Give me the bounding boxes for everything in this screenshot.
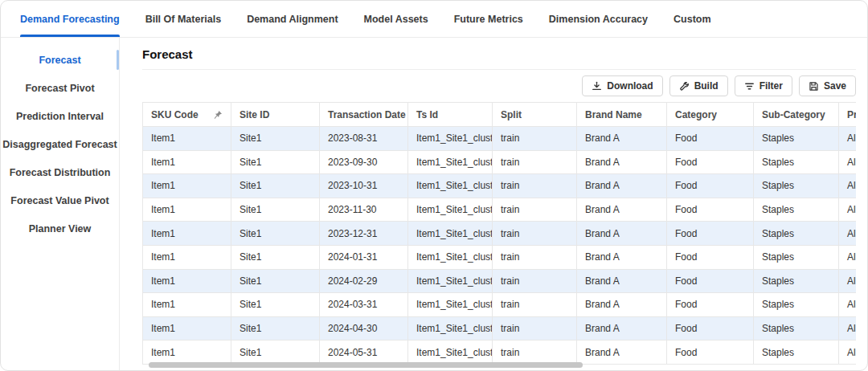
sidebar: Forecast Forecast Pivot Prediction Inter… <box>1 38 120 370</box>
column-header-split[interactable]: Split <box>493 103 577 127</box>
sidebar-item-forecast-value-pivot[interactable]: Forecast Value Pivot <box>1 186 119 214</box>
column-header-ts-id[interactable]: Ts Id <box>408 103 493 127</box>
tab-model-assets[interactable]: Model Assets <box>364 1 428 37</box>
table-row[interactable]: Item1Site12024-02-29Item1_Site1_clusterA… <box>143 269 857 293</box>
sidebar-item-planner-view[interactable]: Planner View <box>1 214 119 243</box>
build-button[interactable]: Build <box>669 75 728 96</box>
column-header-brand-name[interactable]: Brand Name <box>577 103 667 127</box>
table-cell: Food <box>667 293 754 317</box>
table-cell: Food <box>667 269 754 293</box>
table-cell: Site1 <box>231 150 320 174</box>
filter-button[interactable]: Filter <box>735 75 792 96</box>
table-cell: Site1 <box>231 245 320 269</box>
table-cell: Item1_Site1_clusterAY <box>408 293 493 317</box>
table-cell: Brand A <box>577 150 667 174</box>
table-row[interactable]: Item1Site12024-05-31Item1_Site1_clusterA… <box>143 340 857 365</box>
sidebar-item-prediction-interval[interactable]: Prediction Interval <box>1 102 119 130</box>
table-cell: 2024-05-31 <box>320 340 408 365</box>
sidebar-item-forecast-pivot[interactable]: Forecast Pivot <box>1 74 119 102</box>
toolbar: Download Build <box>142 75 856 96</box>
table-cell: All <box>839 222 857 246</box>
tab-dimension-accuracy[interactable]: Dimension Accuracy <box>549 1 648 37</box>
table-cell: Item1 <box>143 198 231 222</box>
table-row[interactable]: Item1Site12023-09-30Item1_Site1_clusterA… <box>143 150 857 174</box>
table-cell: 2023-10-31 <box>320 174 408 198</box>
table-cell: Food <box>667 316 754 340</box>
save-button[interactable]: Save <box>799 75 856 96</box>
table-row[interactable]: Item1Site12024-04-30Item1_Site1_clusterA… <box>143 316 857 340</box>
table-cell: 2023-11-30 <box>320 198 408 222</box>
table-cell: Staples <box>754 340 839 365</box>
download-button-label: Download <box>607 80 653 92</box>
table-cell: Food <box>667 340 754 365</box>
main-content: Forecast Download <box>120 38 867 370</box>
page-title: Forecast <box>142 47 856 61</box>
table-cell: Staples <box>754 127 839 151</box>
table-cell: Item1_Site1_clusterAY <box>408 316 493 340</box>
tab-future-metrics[interactable]: Future Metrics <box>454 1 523 37</box>
table-row[interactable]: Item1Site12023-11-30Item1_Site1_clusterA… <box>143 198 857 222</box>
app-window: Demand Forecasting Bill Of Materials Dem… <box>0 0 868 371</box>
table-cell: Staples <box>754 316 839 340</box>
column-header-site-id[interactable]: Site ID <box>231 103 320 127</box>
column-label: Pro <box>847 109 856 120</box>
table-cell: Food <box>667 174 754 198</box>
column-label: SKU Code <box>151 109 199 120</box>
table-cell: Site1 <box>231 198 320 222</box>
sidebar-item-disaggregated-forecast[interactable]: Disaggregated Forecast <box>1 130 119 158</box>
table-cell: Item1 <box>143 269 231 293</box>
table-cell: Item1_Site1_clusterAY <box>408 222 493 246</box>
column-label: Brand Name <box>585 109 642 120</box>
tab-demand-forecasting[interactable]: Demand Forecasting <box>20 1 120 37</box>
tab-bill-of-materials[interactable]: Bill Of Materials <box>145 1 221 37</box>
table-cell: All <box>839 316 857 340</box>
table-cell: Site1 <box>231 269 320 293</box>
table-cell: Item1_Site1_clusterAY <box>408 150 493 174</box>
column-label: Ts Id <box>416 109 438 120</box>
table-cell: All <box>839 340 857 365</box>
table-cell: Item1_Site1_clusterAY <box>408 269 493 293</box>
column-header-sku-code[interactable]: SKU Code <box>143 103 231 127</box>
table-row[interactable]: Item1Site12024-01-31Item1_Site1_clusterA… <box>143 245 857 269</box>
table-row[interactable]: Item1Site12023-10-31Item1_Site1_clusterA… <box>143 174 857 198</box>
table-cell: All <box>839 245 857 269</box>
table-cell: train <box>493 150 577 174</box>
table-cell: Item1_Site1_clusterAY <box>408 245 493 269</box>
table-cell: 2023-08-31 <box>320 127 408 151</box>
forecast-table: SKU CodeSite IDTransaction DateTs IdSpli… <box>142 102 856 365</box>
column-label: Transaction Date <box>328 109 406 120</box>
tab-custom[interactable]: Custom <box>674 1 711 37</box>
table-cell: train <box>493 316 577 340</box>
sidebar-item-forecast-distribution[interactable]: Forecast Distribution <box>1 158 119 186</box>
table-cell: Site1 <box>231 174 320 198</box>
table-cell: Item1 <box>143 174 231 198</box>
table-cell: 2023-12-31 <box>320 222 408 246</box>
table-cell: Food <box>667 245 754 269</box>
table-cell: All <box>839 150 857 174</box>
table-cell: train <box>493 174 577 198</box>
filter-button-label: Filter <box>760 80 783 92</box>
table-row[interactable]: Item1Site12024-03-31Item1_Site1_clusterA… <box>143 293 857 317</box>
tab-demand-alignment[interactable]: Demand Alignment <box>247 1 338 37</box>
column-header-pro[interactable]: Pro <box>839 103 857 127</box>
table-cell: Staples <box>754 245 839 269</box>
download-icon <box>592 81 602 92</box>
table-row[interactable]: Item1Site12023-08-31Item1_Site1_clusterA… <box>143 127 857 151</box>
column-header-category[interactable]: Category <box>667 103 754 127</box>
column-header-sub-category[interactable]: Sub-Category <box>754 103 839 127</box>
table-cell: Site1 <box>231 316 320 340</box>
table-cell: Food <box>667 222 754 246</box>
column-label: Site ID <box>240 109 269 120</box>
column-header-transaction-date[interactable]: Transaction Date <box>320 103 408 127</box>
horizontal-scrollbar[interactable] <box>149 362 583 368</box>
table-cell: Item1 <box>143 316 231 340</box>
sidebar-item-forecast[interactable]: Forecast <box>1 46 119 74</box>
pin-icon[interactable] <box>213 110 223 120</box>
table-cell: Brand A <box>577 127 667 151</box>
table-cell: Staples <box>754 222 839 246</box>
table-row[interactable]: Item1Site12023-12-31Item1_Site1_clusterA… <box>143 222 857 246</box>
column-label: Sub-Category <box>762 109 825 120</box>
download-button[interactable]: Download <box>582 75 662 96</box>
table-cell: Item1 <box>143 127 231 151</box>
table-cell: Brand A <box>577 222 667 246</box>
